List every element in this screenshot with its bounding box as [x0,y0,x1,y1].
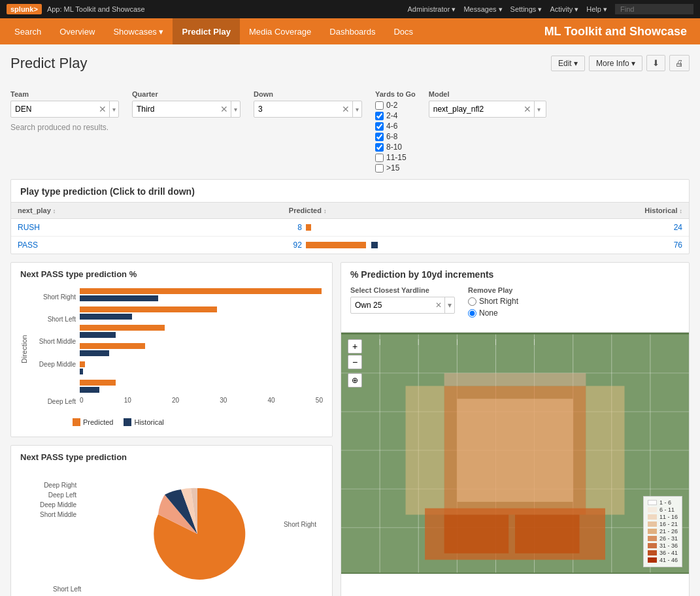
yards-filter-group: Yards to Go 0-2 2-4 4-6 6-8 8-10 11-15 >… [375,90,416,173]
y-axis-labels: Short Right Short Left Short Middle Deep… [31,286,80,413]
download-button[interactable]: ⬇ [646,55,665,71]
radio-none[interactable]: None [468,308,518,318]
yards-0-2[interactable]: 0-2 [375,101,416,110]
model-filter-group: Model ✕ ▾ [429,90,546,118]
bar-short-left [80,306,323,320]
pie-chart-panel: Next PASS type prediction Deep Right Dee… [10,445,333,596]
team-chevron-icon[interactable]: ▾ [109,101,118,117]
down-filter-group: Down ✕ ▾ [254,90,362,118]
radio-short-right[interactable]: Short Right [468,297,518,306]
bar-chart-panel: Next PASS type prediction % Direction Sh… [10,262,333,437]
legend-1-6: 1 - 6 [648,499,678,506]
messages-menu[interactable]: Messages ▾ [463,5,502,14]
legend-predicted-label: Predicted [83,418,113,426]
quarter-filter-group: Quarter ✕ ▾ [132,90,241,118]
bar-deep-left-historical [80,387,99,393]
bar-short-middle [80,325,323,338]
pie-svg [145,482,250,586]
team-clear-icon[interactable]: ✕ [96,104,109,114]
legend-predicted-color [73,418,80,426]
yards-0-2-checkbox[interactable] [375,101,384,110]
activity-menu[interactable]: Activity ▾ [550,5,578,14]
legend-11-16: 11 - 16 [648,514,678,520]
yards-6-8[interactable]: 6-8 [375,132,416,141]
quarter-chevron-icon[interactable]: ▾ [231,101,240,117]
yards-gt15[interactable]: >15 [375,163,416,173]
yardline-chevron-icon[interactable]: ▾ [444,297,454,313]
quarter-input[interactable] [133,105,218,114]
yards-11-15[interactable]: 11-15 [375,153,416,162]
col-next-play[interactable]: next_play ↕ [11,203,282,219]
yardline-clear-icon[interactable]: ✕ [433,301,444,310]
yards-4-6[interactable]: 4-6 [375,122,416,131]
legend-21-26: 21 - 26 [648,528,678,535]
pass-predicted-bar [306,242,366,248]
print-button[interactable]: 🖨 [669,55,690,71]
radio-short-right-input[interactable] [468,297,476,306]
yardline-input[interactable] [351,301,433,310]
model-input[interactable] [429,105,521,114]
find-input[interactable] [615,4,693,14]
yards-6-8-checkbox[interactable] [375,133,384,141]
zoom-in-button[interactable]: + [348,339,362,354]
bar-short-right-historical [80,295,158,301]
nav-docs[interactable]: Docs [384,18,422,44]
down-input[interactable] [254,105,339,114]
edit-button[interactable]: Edit ▾ [551,56,585,71]
yards-2-4[interactable]: 2-4 [375,111,416,120]
model-chevron-icon[interactable]: ▾ [534,101,543,117]
left-charts: Next PASS type prediction % Direction Sh… [10,262,333,596]
rush-link[interactable]: RUSH [11,219,282,237]
zoom-out-button[interactable]: − [348,355,362,369]
bar-empty-historical [80,369,83,374]
bar-short-middle-predicted [80,325,165,331]
nav-showcases[interactable]: Showcases ▾ [104,18,173,44]
bars-container: 0 10 20 30 40 50 [80,286,323,413]
yards-8-10[interactable]: 8-10 [375,142,416,152]
quarter-clear-icon[interactable]: ✕ [218,104,231,114]
svg-rect-19 [444,515,509,554]
pass-predicted-cell: 92 [282,237,554,254]
nav-media-coverage[interactable]: Media Coverage [240,18,320,44]
legend-color-21-26 [648,529,657,534]
nav-overview[interactable]: Overview [50,18,104,44]
down-clear-icon[interactable]: ✕ [339,104,352,114]
legend-label-36-41: 36 - 41 [659,550,678,556]
nav-predict-play[interactable]: Predict Play [173,18,239,44]
administrator-menu[interactable]: Administrator ▾ [408,5,456,14]
prediction-section: Next PASS type prediction % Direction Sh… [10,262,690,596]
yards-4-6-checkbox[interactable] [375,122,384,131]
pie-left-labels: Deep Right Deep Left Deep Middle Short M… [40,482,76,518]
splunk-logo[interactable]: splunk> [7,4,42,14]
yards-11-15-checkbox[interactable] [375,154,384,162]
pie-label-deep-right: Deep Right [40,482,76,489]
model-clear-icon[interactable]: ✕ [521,104,534,114]
direction-axis-label: Direction [20,286,28,413]
right-charts: % Prediction by 10yd increments Select C… [341,262,690,596]
nav-search[interactable]: Search [5,18,50,44]
crosshair-button[interactable]: ⊕ [348,373,362,388]
radio-none-input[interactable] [468,309,476,318]
yards-gt15-checkbox[interactable] [375,164,384,173]
col-predicted[interactable]: Predicted ↕ [282,203,554,219]
svg-rect-17 [586,386,624,515]
y-label-short-right: Short Right [31,293,76,301]
down-input-wrap: ✕ ▾ [254,101,362,118]
svg-text:|: | [456,339,458,346]
field-map: | | | | | + − ⊕ [341,332,689,574]
col-historical[interactable]: Historical ↕ [554,203,689,219]
legend-36-41: 36 - 41 [648,550,678,556]
down-chevron-icon[interactable]: ▾ [352,101,361,117]
more-info-button[interactable]: More Info ▾ [589,56,642,71]
nav-dashboards[interactable]: Dashboards [320,18,384,44]
bar-short-right-predicted [80,288,322,294]
svg-rect-16 [405,386,444,515]
pass-link[interactable]: PASS [11,237,282,254]
pass-predicted-value: 92 [289,240,302,250]
yards-8-10-checkbox[interactable] [375,143,384,152]
help-menu[interactable]: Help ▾ [586,5,607,14]
legend-color-26-31 [648,536,657,541]
team-input[interactable] [11,105,96,114]
settings-menu[interactable]: Settings ▾ [510,5,542,14]
yards-2-4-checkbox[interactable] [375,112,384,120]
